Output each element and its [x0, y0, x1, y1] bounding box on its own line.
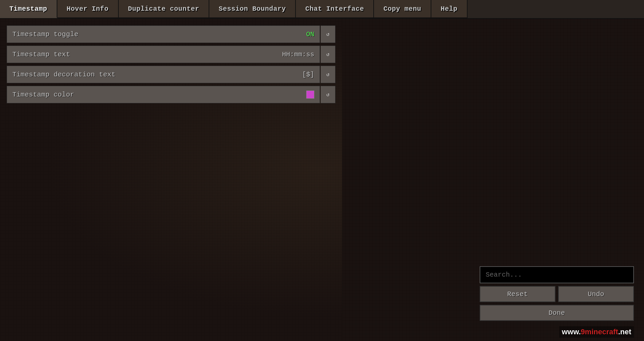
setting-row-timestamp-toggle: Timestamp toggle ON ↺	[7, 25, 335, 43]
timestamp-decoration-reset[interactable]: ↺	[321, 66, 335, 83]
setting-row-timestamp-color: Timestamp color ↺	[7, 86, 335, 103]
setting-row-timestamp-decoration: Timestamp decoration text [$] ↺	[7, 66, 335, 83]
tab-help[interactable]: Help	[431, 0, 468, 18]
timestamp-decoration-button[interactable]: Timestamp decoration text [$]	[7, 66, 320, 83]
done-button[interactable]: Done	[480, 305, 634, 321]
timestamp-text-reset[interactable]: ↺	[321, 46, 335, 63]
refresh-icon-2: ↺	[326, 51, 330, 58]
timestamp-color-swatch	[306, 91, 314, 99]
reset-button[interactable]: Reset	[480, 286, 555, 302]
timestamp-color-label: Timestamp color	[12, 91, 74, 99]
timestamp-decoration-label: Timestamp decoration text	[12, 71, 116, 78]
settings-panel: Timestamp toggle ON ↺ Timestamp text HH:…	[0, 19, 342, 341]
refresh-icon: ↺	[326, 31, 330, 38]
refresh-icon-4: ↺	[326, 91, 330, 98]
watermark: www.9minecraft.net	[559, 326, 634, 338]
tab-timestamp[interactable]: Timestamp	[0, 0, 57, 18]
tab-duplicate-counter[interactable]: Duplicate counter	[119, 0, 210, 18]
timestamp-toggle-value: ON	[306, 31, 314, 38]
timestamp-color-button[interactable]: Timestamp color	[7, 86, 320, 103]
tab-copy-menu[interactable]: Copy menu	[374, 0, 431, 18]
timestamp-text-label: Timestamp text	[12, 51, 70, 58]
bottom-controls: Reset Undo Done	[480, 266, 634, 321]
right-panel: Reset Undo Done www.9minecraft.net	[342, 19, 644, 341]
watermark-site: 9minecraft	[581, 328, 618, 336]
button-row: Reset Undo	[480, 286, 634, 302]
content-area: Timestamp toggle ON ↺ Timestamp text HH:…	[0, 19, 644, 341]
timestamp-decoration-value: [$]	[302, 71, 314, 78]
timestamp-text-button[interactable]: Timestamp text HH:mm:ss	[7, 46, 320, 63]
undo-button[interactable]: Undo	[558, 286, 634, 302]
setting-row-timestamp-text: Timestamp text HH:mm:ss ↺	[7, 46, 335, 63]
timestamp-toggle-label: Timestamp toggle	[12, 31, 78, 38]
refresh-icon-3: ↺	[326, 71, 330, 78]
watermark-suffix: .net	[618, 328, 631, 336]
watermark-prefix: www.	[562, 328, 581, 336]
tab-hover-info[interactable]: Hover Info	[57, 0, 119, 18]
timestamp-toggle-button[interactable]: Timestamp toggle ON	[7, 25, 320, 43]
tab-session-boundary[interactable]: Session Boundary	[209, 0, 296, 18]
timestamp-toggle-reset[interactable]: ↺	[321, 25, 335, 43]
timestamp-text-value: HH:mm:ss	[282, 51, 314, 58]
tab-bar: Timestamp Hover Info Duplicate counter S…	[0, 0, 644, 19]
timestamp-color-reset[interactable]: ↺	[321, 86, 335, 103]
tab-chat-interface[interactable]: Chat Interface	[296, 0, 374, 18]
search-input[interactable]	[480, 266, 634, 283]
